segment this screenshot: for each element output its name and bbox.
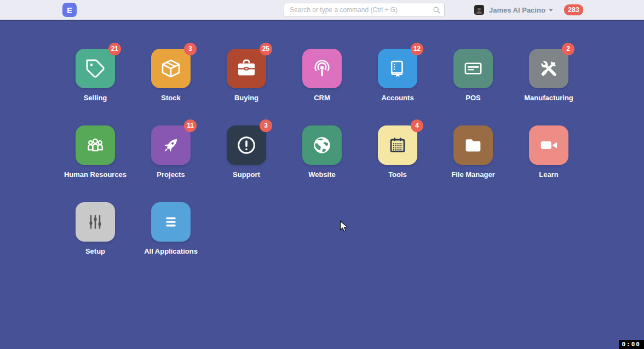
app-label: POS: [465, 94, 480, 102]
sliders-icon: [84, 211, 106, 233]
app-cell: 4 Tools: [360, 125, 435, 202]
broadcast-person-icon: [311, 58, 333, 79]
app-label: Website: [308, 170, 336, 179]
issue-icon: [235, 134, 257, 156]
app-tile-stock[interactable]: 3: [151, 49, 191, 88]
credit-card-icon: [462, 58, 484, 79]
app-tile-support[interactable]: 3: [227, 125, 266, 165]
search-input[interactable]: [284, 3, 445, 17]
mouse-cursor: [340, 220, 348, 233]
app-tile-website[interactable]: [302, 125, 342, 165]
user-name: James Al Pacino: [489, 6, 545, 14]
notification-count-badge[interactable]: 283: [564, 4, 583, 15]
app-label: File Manager: [451, 170, 495, 179]
app-cell: Website: [284, 125, 360, 202]
app-label: Accounts: [381, 94, 413, 102]
app-cell: CRM: [284, 49, 360, 125]
app-label: CRM: [314, 94, 330, 102]
app-cell: 25 Buying: [209, 49, 284, 125]
app-tile-buying[interactable]: 25: [227, 49, 266, 88]
app-cell: Human Resources: [58, 125, 133, 202]
app-cell: 2 Manufacturing: [511, 49, 586, 125]
app-notification-badge: 2: [562, 43, 574, 55]
app-tile-setup[interactable]: [76, 202, 115, 242]
menu-icon: [160, 211, 182, 233]
video-camera-icon: [538, 134, 560, 156]
app-cell: 21 Selling: [58, 49, 133, 125]
app-tile-file-manager[interactable]: [453, 125, 493, 165]
app-tile-crm[interactable]: [302, 49, 342, 88]
box-icon: [160, 58, 182, 79]
globe-icon: [311, 134, 333, 156]
chevron-down-icon: [549, 9, 553, 12]
app-notification-badge: 3: [184, 43, 197, 55]
app-notification-badge: 11: [184, 119, 197, 132]
app-cell: 3 Stock: [133, 49, 209, 125]
app-tile-pos[interactable]: [453, 49, 493, 88]
app-cell: Setup: [58, 202, 133, 279]
app-notification-badge: 25: [260, 43, 272, 55]
app-cell: File Manager: [435, 125, 511, 202]
user-avatar: [474, 5, 484, 15]
briefcase-icon: [235, 58, 257, 79]
app-logo[interactable]: E: [62, 3, 77, 17]
app-cell: Learn: [511, 125, 586, 202]
calendar-icon: [387, 134, 409, 156]
app-label: Support: [233, 170, 260, 179]
app-label: Human Resources: [64, 170, 127, 179]
app-notification-badge: 12: [411, 43, 423, 55]
app-cell: All Applications: [133, 202, 209, 279]
app-label: Stock: [161, 94, 180, 102]
app-label: Tools: [388, 170, 407, 179]
people-icon: [84, 134, 106, 156]
app-cell: POS: [435, 49, 511, 125]
app-cell: 12 Accounts: [360, 49, 435, 125]
app-notification-badge: 3: [260, 119, 272, 132]
app-label: Selling: [84, 94, 107, 102]
app-notification-badge: 4: [411, 119, 423, 132]
app-tile-tools[interactable]: 4: [378, 125, 417, 165]
app-label: All Applications: [144, 247, 198, 255]
app-notification-badge: 21: [108, 43, 121, 55]
app-tile-selling[interactable]: 21: [76, 49, 115, 88]
recording-timer: 0:00: [619, 340, 644, 349]
tag-icon: [84, 58, 106, 79]
folder-icon: [462, 134, 484, 156]
ledger-book-icon: [387, 58, 409, 79]
top-navbar: E James Al Pacino 283: [0, 0, 644, 21]
app-grid: 21 Selling 3 Stock 25 Buying CRM 12 Acco…: [58, 49, 586, 279]
wrench-screwdriver-icon: [538, 58, 560, 79]
global-search: [284, 3, 445, 17]
app-tile-human-resources[interactable]: [76, 125, 115, 165]
app-cell: 11 Projects: [133, 125, 209, 202]
app-tile-accounts[interactable]: 12: [378, 49, 417, 88]
app-tile-projects[interactable]: 11: [151, 125, 191, 165]
rocket-icon: [160, 134, 182, 156]
app-cell: 3 Support: [209, 125, 284, 202]
search-icon[interactable]: [433, 6, 441, 14]
app-tile-learn[interactable]: [529, 125, 568, 165]
app-label: Buying: [234, 94, 258, 102]
user-menu[interactable]: James Al Pacino: [474, 5, 553, 15]
app-tile-all-applications[interactable]: [151, 202, 191, 242]
app-label: Learn: [539, 170, 558, 179]
app-tile-manufacturing[interactable]: 2: [529, 49, 568, 88]
app-label: Projects: [157, 170, 185, 179]
app-label: Setup: [85, 247, 105, 255]
app-label: Manufacturing: [524, 94, 573, 102]
